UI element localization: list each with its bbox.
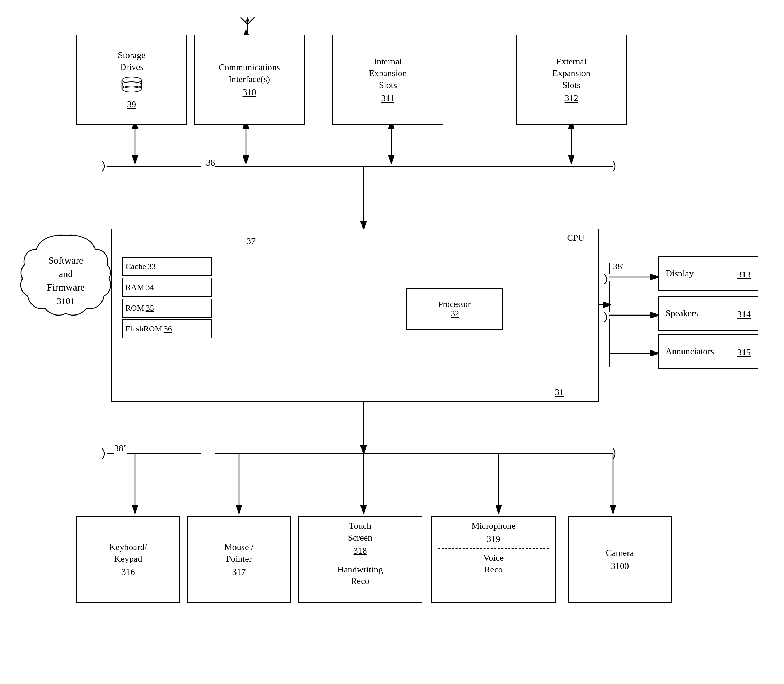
bus-37-label: 37 xyxy=(247,236,256,247)
flashrom-box: FlashROM 36 xyxy=(122,319,212,338)
cpu-box: CPU 31 Cache 33 RAM 34 ROM 35 FlashROM 3… xyxy=(111,229,599,402)
mouse-box: Mouse /Pointer 317 xyxy=(187,516,291,603)
external-expansion-box: ExternalExpansionSlots 312 xyxy=(516,35,627,125)
disk-icon xyxy=(121,76,142,95)
software-cloud: SoftwareandFirmware 3101 xyxy=(17,229,114,332)
annunciators-box: Annunciators 315 xyxy=(658,334,758,369)
diagram: StorageDrives 39 CommunicationsInterface… xyxy=(0,0,784,684)
display-box: Display 313 xyxy=(658,256,758,291)
microphone-box: Microphone 319 VoiceReco xyxy=(431,516,556,603)
software-label: SoftwareandFirmware 3101 xyxy=(47,253,85,308)
antenna-symbol xyxy=(237,10,258,35)
ram-box: RAM 34 xyxy=(122,278,212,297)
comms-interface-box: CommunicationsInterface(s) 310 xyxy=(194,35,305,125)
camera-box: Camera 3100 xyxy=(568,516,672,603)
svg-marker-35 xyxy=(246,17,249,21)
speakers-box: Speakers 314 xyxy=(658,296,758,331)
cpu-num: 31 xyxy=(555,387,564,398)
processor-box: Processor 32 xyxy=(406,288,503,330)
storage-drives-box: StorageDrives 39 xyxy=(76,35,187,125)
bus-label-38-prime: 38' xyxy=(613,261,624,272)
bus-label-38: 38 xyxy=(206,158,215,168)
keyboard-box: Keyboard/Keypad 316 xyxy=(76,516,180,603)
cpu-label: CPU xyxy=(567,233,584,243)
svg-point-37 xyxy=(122,77,141,83)
bus-label-38-double-prime: 38" xyxy=(114,443,127,454)
internal-expansion-box: InternalExpansionSlots 311 xyxy=(332,35,443,125)
svg-point-43 xyxy=(122,86,141,92)
cache-box: Cache 33 xyxy=(122,257,212,276)
touch-screen-box: TouchScreen 318 HandwritingReco xyxy=(298,516,423,603)
rom-box: ROM 35 xyxy=(122,298,212,318)
